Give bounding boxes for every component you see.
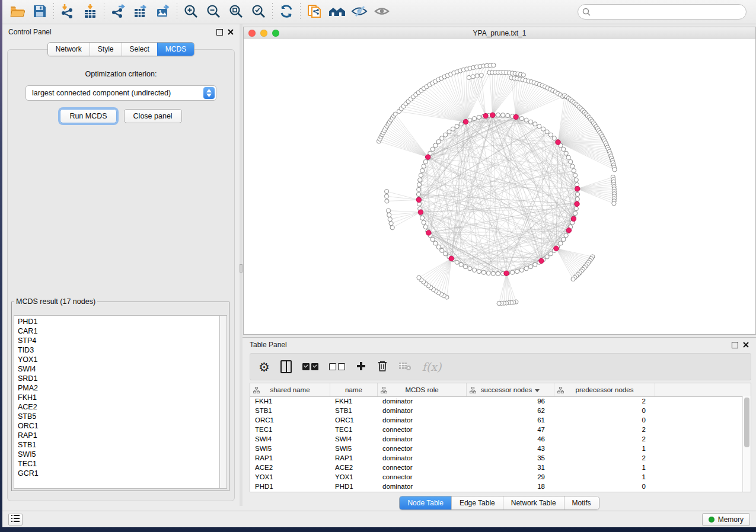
network-node[interactable] <box>486 271 490 275</box>
add-column-button[interactable] <box>356 361 366 373</box>
network-node-selected[interactable] <box>513 114 518 119</box>
show-panels-button[interactable] <box>8 514 23 525</box>
network-node[interactable] <box>385 199 389 203</box>
network-node[interactable] <box>521 73 525 77</box>
network-node[interactable] <box>506 113 510 117</box>
network-node[interactable] <box>455 124 459 129</box>
tab-motifs[interactable]: Motifs <box>564 496 599 509</box>
window-maximize-light[interactable] <box>272 30 279 37</box>
network-node[interactable] <box>533 122 537 126</box>
network-canvas[interactable] <box>244 39 755 334</box>
network-node[interactable] <box>537 124 541 129</box>
network-node[interactable] <box>496 113 500 117</box>
table-row[interactable]: STB1STB1dominator620 <box>250 406 743 415</box>
delete-table-button[interactable] <box>398 361 412 373</box>
network-node[interactable] <box>569 159 573 164</box>
network-node[interactable] <box>475 74 479 78</box>
network-node[interactable] <box>416 192 420 196</box>
column-header-shared-name[interactable]: shared name <box>250 383 330 396</box>
network-node[interactable] <box>570 164 575 168</box>
network-node-selected[interactable] <box>539 258 544 263</box>
network-node[interactable] <box>387 209 391 213</box>
network-node-selected[interactable] <box>449 256 454 261</box>
close-panel-icon[interactable] <box>228 29 234 35</box>
network-node[interactable] <box>433 143 438 148</box>
split-columns-button[interactable] <box>280 360 292 373</box>
network-node[interactable] <box>477 115 481 119</box>
zoom-selected-button[interactable] <box>247 2 270 22</box>
network-node[interactable] <box>390 226 394 230</box>
network-node[interactable] <box>418 178 422 182</box>
result-item-pma2[interactable]: PMA2 <box>18 383 219 393</box>
network-node[interactable] <box>511 270 515 274</box>
mcds-result-scrollbar[interactable] <box>219 315 227 489</box>
network-node-selected[interactable] <box>554 246 559 251</box>
tab-network[interactable]: Network <box>48 43 90 56</box>
select-all-button[interactable] <box>302 363 318 370</box>
table-row[interactable]: PHD1PHD1dominator180 <box>250 482 743 491</box>
mcds-result-list[interactable]: PHD1CAR1STP4TID3YOX1SWI4SRD1PMA2FKH1ACE2… <box>14 315 219 489</box>
network-node[interactable] <box>420 216 425 220</box>
network-node[interactable] <box>481 270 486 274</box>
network-node[interactable] <box>387 213 391 217</box>
network-node[interactable] <box>545 130 549 134</box>
result-item-tid3[interactable]: TID3 <box>18 345 219 355</box>
table-row[interactable]: FKH1FKH1dominator962 <box>250 396 743 406</box>
network-node[interactable] <box>479 73 483 77</box>
network-node[interactable] <box>541 127 546 131</box>
refresh-button[interactable] <box>275 2 298 22</box>
network-node[interactable] <box>467 75 471 79</box>
network-node[interactable] <box>552 136 556 140</box>
result-item-stp4[interactable]: STP4 <box>18 336 219 345</box>
network-node[interactable] <box>389 222 393 226</box>
delete-column-button[interactable] <box>377 360 388 374</box>
table-row[interactable]: TEC1TEC1connector472 <box>250 425 743 434</box>
tab-network-table[interactable]: Network Table <box>503 496 564 509</box>
result-item-stb5[interactable]: STB5 <box>18 412 219 421</box>
network-node[interactable] <box>417 187 421 191</box>
function-builder-button[interactable]: f(x) <box>422 360 442 373</box>
network-node[interactable] <box>519 117 524 121</box>
table-row[interactable]: SWI4SWI4dominator462 <box>250 434 743 444</box>
window-close-light[interactable] <box>248 30 256 37</box>
open-session-button[interactable] <box>6 2 28 22</box>
result-item-yox1[interactable]: YOX1 <box>18 355 219 364</box>
network-node[interactable] <box>468 267 472 271</box>
column-header-name[interactable]: name <box>330 383 378 396</box>
network-window-titlebar[interactable]: YPA_prune.txt_1 <box>244 27 755 40</box>
result-item-orc1[interactable]: ORC1 <box>18 421 219 431</box>
table-row[interactable]: SWI5SWI5connector431 <box>250 444 743 453</box>
network-node[interactable] <box>440 248 444 252</box>
network-node[interactable] <box>463 265 467 269</box>
network-node[interactable] <box>612 201 616 206</box>
duplicate-network-button[interactable] <box>303 2 326 22</box>
network-node[interactable] <box>533 262 537 267</box>
close-panel-button[interactable]: Close panel <box>124 109 182 123</box>
network-node[interactable] <box>573 211 578 216</box>
table-scrollbar-thumb[interactable] <box>744 398 749 447</box>
network-node[interactable] <box>519 268 524 272</box>
result-item-swi5[interactable]: SWI5 <box>18 450 219 459</box>
table-row[interactable]: ACE2ACE2connector311 <box>250 463 743 472</box>
column-header-predecessor-nodes[interactable]: predecessor nodes <box>554 383 655 396</box>
network-node[interactable] <box>524 118 528 122</box>
network-node[interactable] <box>440 136 444 140</box>
network-node[interactable] <box>419 173 423 177</box>
optimization-criterion-select[interactable]: largest connected component (undirected) <box>25 85 216 101</box>
zoom-out-button[interactable] <box>202 2 225 22</box>
network-node[interactable] <box>444 252 448 256</box>
first-neighbors-button[interactable] <box>326 2 348 22</box>
network-node[interactable] <box>444 133 448 137</box>
network-node[interactable] <box>562 238 566 242</box>
show-all-button[interactable] <box>371 2 393 22</box>
network-node[interactable] <box>501 113 505 117</box>
network-node[interactable] <box>575 197 579 201</box>
network-node-selected[interactable] <box>463 119 468 124</box>
network-node[interactable] <box>433 241 438 245</box>
float-panel-icon[interactable] <box>216 29 223 36</box>
network-node[interactable] <box>393 112 397 116</box>
network-node[interactable] <box>417 275 421 280</box>
network-node-selected[interactable] <box>418 210 423 214</box>
zoom-fit-button[interactable] <box>225 2 247 22</box>
network-node[interactable] <box>422 220 426 225</box>
